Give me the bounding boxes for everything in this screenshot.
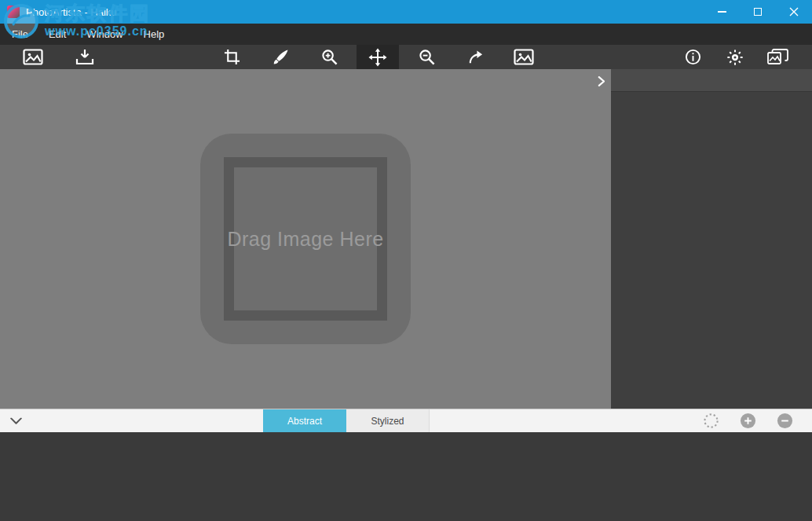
menubar: File Edit Window Help: [0, 24, 812, 45]
side-panel: [611, 69, 812, 409]
toolbar-right-group: [677, 45, 793, 69]
settings-button[interactable]: [719, 45, 751, 69]
gear-icon: [726, 49, 744, 66]
import-icon: [75, 49, 94, 65]
remove-button[interactable]: [777, 413, 793, 429]
menu-window[interactable]: Window: [76, 24, 133, 45]
move-tool-button[interactable]: [357, 45, 399, 69]
minimize-icon: [718, 11, 726, 13]
redo-button[interactable]: [454, 45, 496, 69]
preset-tabs: Abstract Stylized: [263, 409, 430, 432]
app-window: PhotoArtista - Haiku File Edit Window He…: [0, 0, 812, 521]
minus-circle-icon: [777, 413, 793, 429]
canvas-area: Drag Image Here: [0, 69, 611, 409]
add-button[interactable]: [740, 413, 756, 429]
maximize-button[interactable]: [740, 0, 776, 24]
maximize-icon: [754, 8, 762, 16]
import-button[interactable]: [75, 45, 95, 69]
tab-abstract[interactable]: Abstract: [263, 409, 346, 432]
info-icon: [685, 49, 701, 65]
close-button[interactable]: [776, 0, 812, 24]
toolbar: [0, 45, 812, 69]
minimize-button[interactable]: [704, 0, 740, 24]
brush-icon: [272, 49, 289, 65]
dropzone-label: Drag Image Here: [223, 226, 388, 252]
redo-icon: [467, 49, 484, 65]
titlebar: PhotoArtista - Haiku: [0, 0, 812, 24]
plus-circle-icon: [740, 413, 756, 429]
move-icon: [368, 48, 387, 67]
effects-button[interactable]: [703, 413, 719, 429]
menu-edit[interactable]: Edit: [38, 24, 76, 45]
bottom-bar-actions: [703, 409, 793, 432]
toolbar-center-group: [210, 45, 545, 69]
toolbar-left-group: [23, 45, 95, 69]
panel-collapse-button[interactable]: [596, 75, 606, 88]
image-icon: [23, 49, 43, 65]
tab-stylized[interactable]: Stylized: [346, 409, 430, 432]
crop-tool-button[interactable]: [210, 45, 253, 69]
window-controls: [704, 0, 812, 24]
image-frame-icon: [514, 49, 534, 65]
menu-file[interactable]: File: [2, 24, 38, 45]
window-title: PhotoArtista - Haiku: [26, 6, 117, 18]
info-button[interactable]: [677, 45, 708, 69]
app-logo-icon: [7, 6, 20, 18]
zoom-in-tool-button[interactable]: [308, 45, 350, 69]
crop-icon: [224, 49, 240, 65]
photos-icon: [767, 49, 788, 65]
zoom-out-icon: [419, 49, 435, 65]
bottom-toolbar: Abstract Stylized: [0, 409, 812, 432]
gallery-button[interactable]: [762, 45, 793, 69]
close-icon: [789, 7, 799, 17]
chevron-down-icon: [10, 417, 22, 424]
brush-tool-button[interactable]: [259, 45, 302, 69]
menu-help[interactable]: Help: [134, 24, 175, 45]
open-image-button[interactable]: [23, 45, 43, 69]
presets-tray: [0, 432, 812, 521]
image-dropzone[interactable]: Drag Image Here: [200, 134, 411, 344]
image-view-button[interactable]: [503, 45, 545, 69]
chevron-right-icon: [598, 76, 605, 86]
zoom-out-tool-button[interactable]: [405, 45, 448, 69]
side-panel-header: [611, 69, 812, 92]
tray-collapse-button[interactable]: [10, 417, 22, 424]
dotted-circle-icon: [703, 413, 719, 429]
zoom-in-icon: [321, 49, 338, 65]
